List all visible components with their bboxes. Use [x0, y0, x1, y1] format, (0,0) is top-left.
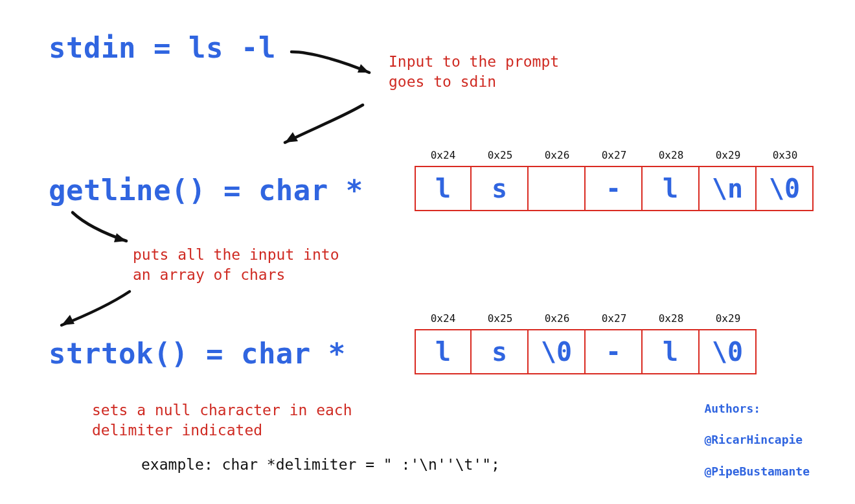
- code-line-strtok: strtok() = char *: [49, 337, 346, 370]
- memory-row-strtok: 0x24l0x25s0x26\00x27-0x28l0x29\0: [415, 312, 757, 374]
- author-1: @RicarHincapie: [704, 433, 803, 446]
- memory-address: 0x29: [716, 149, 741, 161]
- arrow-stdin-to-annotation: [285, 45, 389, 84]
- memory-cell: 0x24l: [415, 149, 472, 211]
- authors-label: Authors:: [704, 402, 760, 415]
- memory-value: l: [643, 166, 700, 211]
- memory-address: 0x28: [659, 312, 684, 324]
- memory-address: 0x26: [545, 149, 570, 161]
- memory-value: l: [415, 329, 472, 374]
- authors-block: Authors: @RicarHincapie @PipeBustamante: [690, 385, 810, 479]
- memory-value: \0: [529, 329, 586, 374]
- memory-address: 0x27: [602, 149, 627, 161]
- code-line-stdin: stdin = ls -l: [49, 31, 276, 64]
- memory-value: s: [472, 329, 529, 374]
- arrow-annotation-to-getline: [272, 97, 376, 155]
- memory-value: -: [586, 166, 643, 211]
- svg-marker-0: [358, 64, 369, 73]
- memory-value: -: [586, 329, 643, 374]
- memory-value: s: [472, 166, 529, 211]
- memory-value: l: [415, 166, 472, 211]
- annotation-sets-null: sets a null character in each delimiter …: [92, 400, 352, 441]
- arrow-annotation-to-strtok: [52, 285, 142, 337]
- memory-address: 0x30: [773, 149, 798, 161]
- memory-address: 0x26: [545, 312, 570, 324]
- svg-marker-2: [114, 233, 126, 242]
- memory-cell: 0x27-: [586, 312, 643, 374]
- annotation-input-prompt: Input to the prompt goes to sdin: [389, 52, 559, 92]
- memory-row-getline: 0x24l0x25s0x26 0x27-0x28l0x29\n0x30\0: [415, 149, 814, 211]
- memory-address: 0x24: [431, 312, 456, 324]
- memory-value: \0: [757, 166, 814, 211]
- annotation-puts-array: puts all the input into an array of char…: [133, 245, 339, 285]
- memory-value: \0: [700, 329, 757, 374]
- arrow-getline-to-annotation: [65, 207, 142, 253]
- memory-value: [529, 166, 586, 211]
- memory-address: 0x25: [488, 312, 513, 324]
- memory-cell: 0x24l: [415, 312, 472, 374]
- memory-address: 0x28: [659, 149, 684, 161]
- memory-cell: 0x29\0: [700, 312, 757, 374]
- memory-cell: 0x26: [529, 149, 586, 211]
- memory-address: 0x27: [602, 312, 627, 324]
- memory-address: 0x25: [488, 149, 513, 161]
- memory-cell: 0x25s: [472, 149, 529, 211]
- memory-cell: 0x26\0: [529, 312, 586, 374]
- memory-value: l: [643, 329, 700, 374]
- memory-cell: 0x28l: [643, 312, 700, 374]
- example-delimiter: example: char *delimiter = " :'\n''\t'";: [141, 456, 500, 473]
- memory-cell: 0x25s: [472, 312, 529, 374]
- memory-cell: 0x30\0: [757, 149, 814, 211]
- memory-cell: 0x29\n: [700, 149, 757, 211]
- memory-cell: 0x28l: [643, 149, 700, 211]
- memory-address: 0x29: [716, 312, 741, 324]
- svg-marker-3: [62, 315, 74, 325]
- author-2: @PipeBustamante: [704, 464, 810, 478]
- memory-value: \n: [700, 166, 757, 211]
- memory-address: 0x24: [431, 149, 456, 161]
- code-line-getline: getline() = char *: [49, 174, 363, 207]
- memory-cell: 0x27-: [586, 149, 643, 211]
